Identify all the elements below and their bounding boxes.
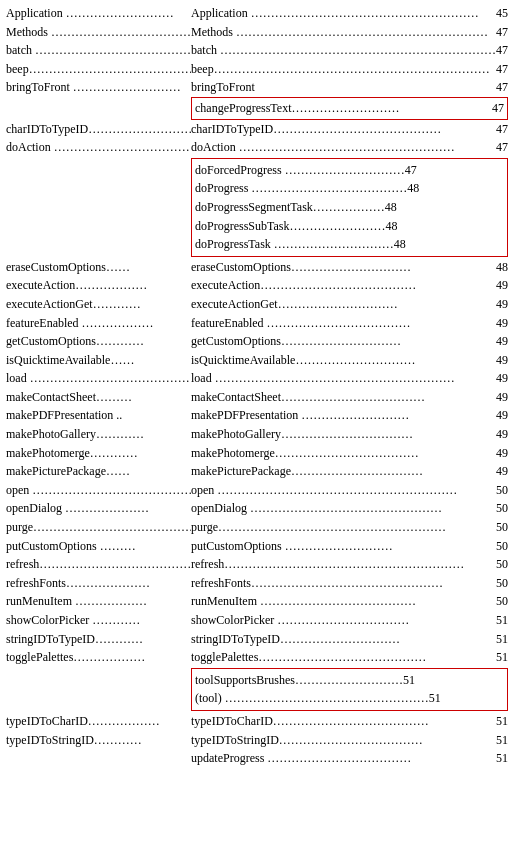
left-entry: makeContactSheet……… <box>6 388 191 407</box>
right-entry: stringIDToTypeID…………………………51 <box>191 630 508 649</box>
left-entry: refresh…………………………………… <box>6 555 191 574</box>
right-entry: refreshFonts…………………………………………50 <box>191 574 508 593</box>
right-entry: refresh……………………………………………………50 <box>191 555 508 574</box>
do-progress-group: doForcedProgress …………………………47 doProgress… <box>6 158 508 257</box>
right-entry: showColorPicker ……………………………51 <box>191 611 508 630</box>
list-item: beep……………………………………… beep…………………………………………… <box>6 60 508 79</box>
left-entry: refreshFonts………………… <box>6 574 191 593</box>
list-item: doProgressSegmentTask………………48 <box>195 198 504 217</box>
right-entry: beep……………………………………………………………47 <box>191 60 508 79</box>
left-entry: putCustomOptions ……… <box>6 537 191 556</box>
index-table: Application ……………………… Application ………………… <box>6 4 508 768</box>
list-item: open …………………………………… open ………………………………………… <box>6 481 508 500</box>
right-entry: bringToFront47 <box>191 78 508 97</box>
list-item: togglePalettes……………… togglePalettes……………… <box>6 648 508 667</box>
left-entry: showColorPicker ………… <box>6 611 191 630</box>
right-entry: putCustomOptions ………………………50 <box>191 537 508 556</box>
list-item: stringIDToTypeID………… stringIDToTypeID………… <box>6 630 508 649</box>
right-entry: makePDFPresentation ………………………49 <box>191 406 508 425</box>
list-item: featureEnabled ……………… featureEnabled ………… <box>6 314 508 333</box>
list-item: Application ……………………… Application ………………… <box>6 4 508 23</box>
left-entry: purge……………………………………… <box>6 518 191 537</box>
right-group-box: doForcedProgress …………………………47 doProgress… <box>191 158 508 257</box>
list-item: purge……………………………………… purge……………………………………… <box>6 518 508 537</box>
list-item: runMenuItem ……………… runMenuItem ………………………… <box>6 592 508 611</box>
left-entry: isQuicktimeAvailable…… <box>6 351 191 370</box>
left-entry: openDialog ………………… <box>6 499 191 518</box>
left-entry: executeAction……………… <box>6 276 191 295</box>
right-entry: getCustomOptions…………………………49 <box>191 332 508 351</box>
right-entry: Application …………………………………………………45 <box>191 4 508 23</box>
list-item: refresh…………………………………… refresh……………………………… <box>6 555 508 574</box>
left-entry: makePicturePackage…… <box>6 462 191 481</box>
right-entry: doProgressTask …………………………48 <box>195 235 406 254</box>
left-entry: makePhotomerge………… <box>6 444 191 463</box>
left-entry: executeActionGet………… <box>6 295 191 314</box>
right-entry: doProgressSegmentTask………………48 <box>195 198 397 217</box>
list-item: isQuicktimeAvailable…… isQuicktimeAvaila… <box>6 351 508 370</box>
list-item: putCustomOptions ……… putCustomOptions ……… <box>6 537 508 556</box>
list-item: charIDToTypeID……………………… charIDToTypeID……… <box>6 120 508 139</box>
right-entry: openDialog …………………………………………50 <box>191 499 508 518</box>
list-item: executeActionGet………… executeActionGet………… <box>6 295 508 314</box>
right-tool-box: toolSupportsBrushes………………………51 (tool) ……… <box>191 668 508 711</box>
list-item-highlighted: changeProgressText………………………47 <box>6 97 508 120</box>
tool-supports-group: toolSupportsBrushes………………………51 (tool) ……… <box>6 668 508 711</box>
right-entry: batch ……………………………………………………………47 <box>191 41 508 60</box>
right-entry: eraseCustomOptions…………………………48 <box>191 258 508 277</box>
left-entry: getCustomOptions………… <box>6 332 191 351</box>
right-entry: doAction ………………………………………………47 <box>191 138 508 157</box>
left-entry: typeIDToCharID……………… <box>6 712 191 731</box>
list-item: typeIDToStringID………… typeIDToStringID………… <box>6 731 508 750</box>
right-entry: togglePalettes……………………………………51 <box>191 648 508 667</box>
left-entry: doAction ……………………………… <box>6 138 191 157</box>
left-entry: load ……………………………………… <box>6 369 191 388</box>
list-item: eraseCustomOptions…… eraseCustomOptions…… <box>6 258 508 277</box>
right-entry: doForcedProgress …………………………47 <box>195 161 417 180</box>
right-entry: isQuicktimeAvailable…………………………49 <box>191 351 508 370</box>
left-entry: stringIDToTypeID………… <box>6 630 191 649</box>
list-item: makePhotomerge………… makePhotomerge…………………… <box>6 444 508 463</box>
right-entry: makeContactSheet………………………………49 <box>191 388 508 407</box>
right-entry: charIDToTypeID……………………………………47 <box>191 120 508 139</box>
left-entry: runMenuItem ……………… <box>6 592 191 611</box>
list-item: showColorPicker ………… showColorPicker ………… <box>6 611 508 630</box>
right-entry: (tool) ……………………………………………51 <box>195 689 441 708</box>
left-entry: Application ……………………… <box>6 4 191 23</box>
right-entry: changeProgressText………………………47 <box>191 97 508 120</box>
right-entry: toolSupportsBrushes………………………51 <box>195 671 415 690</box>
list-item: makePDFPresentation .. makePDFPresentati… <box>6 406 508 425</box>
list-item: refreshFonts………………… refreshFonts……………………… <box>6 574 508 593</box>
list-item: executeAction……………… executeAction…………………… <box>6 276 508 295</box>
list-item: load ……………………………………… load ……………………………………… <box>6 369 508 388</box>
list-item: makeContactSheet……… makeContactSheet…………… <box>6 388 508 407</box>
left-entry: open …………………………………… <box>6 481 191 500</box>
right-entry: featureEnabled ………………………………49 <box>191 314 508 333</box>
right-entry: load ……………………………………………………49 <box>191 369 508 388</box>
left-entry: batch ………………………………… <box>6 41 191 60</box>
left-entry: togglePalettes……………… <box>6 648 191 667</box>
right-entry: typeIDToCharID…………………………………51 <box>191 712 508 731</box>
right-entry: executeAction…………………………………49 <box>191 276 508 295</box>
right-entry: doProgress …………………………………48 <box>195 179 419 198</box>
list-item: typeIDToCharID……………… typeIDToCharID……………… <box>6 712 508 731</box>
list-item: openDialog ………………… openDialog …………………………… <box>6 499 508 518</box>
list-item: doAction ……………………………… doAction ………………………… <box>6 138 508 157</box>
right-entry: executeActionGet…………………………49 <box>191 295 508 314</box>
list-item: doProgress …………………………………48 <box>195 179 504 198</box>
list-item: doProgressTask …………………………48 <box>195 235 504 254</box>
left-entry: Methods ……………………………… <box>6 23 191 42</box>
left-entry: typeIDToStringID………… <box>6 731 191 750</box>
left-entry: makePDFPresentation .. <box>6 406 191 425</box>
right-entry: doProgressSubTask……………………48 <box>195 217 398 236</box>
list-item: makePicturePackage…… makePicturePackage…… <box>6 462 508 481</box>
list-item: doForcedProgress …………………………47 <box>195 161 504 180</box>
right-entry: Methods ………………………………………………………47 <box>191 23 508 42</box>
list-item: batch ………………………………… batch ……………………………………… <box>6 41 508 60</box>
right-entry: updateProgress ………………………………51 <box>191 749 508 768</box>
left-entry: eraseCustomOptions…… <box>6 258 191 277</box>
list-item: (tool) ……………………………………………51 <box>195 689 504 708</box>
left-entry: beep……………………………………… <box>6 60 191 79</box>
right-entry: makePhotomerge………………………………49 <box>191 444 508 463</box>
list-item: makePhotoGallery………… makePhotoGallery………… <box>6 425 508 444</box>
